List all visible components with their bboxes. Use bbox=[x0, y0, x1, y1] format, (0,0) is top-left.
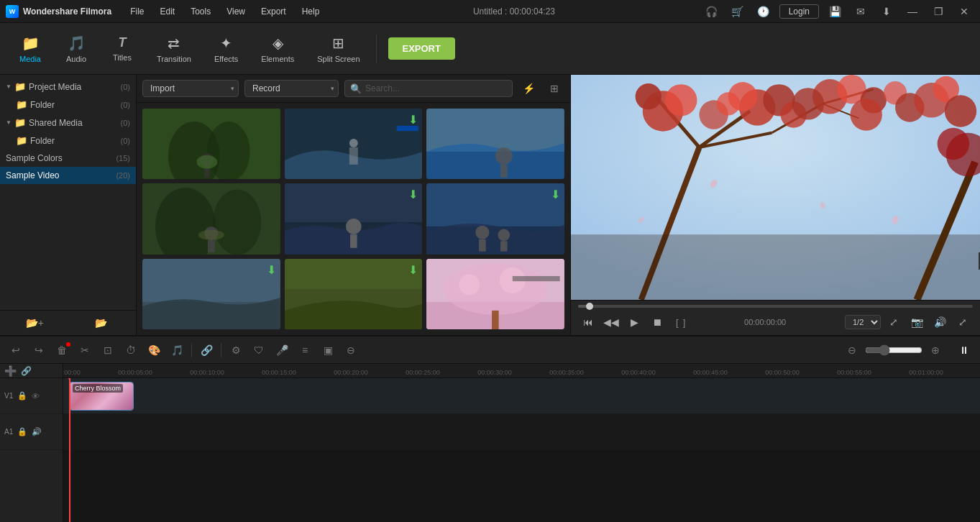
stop-button[interactable]: ⏹ bbox=[647, 313, 667, 331]
redo-button[interactable]: ↪ bbox=[29, 341, 49, 360]
download-icon[interactable]: ⬇ bbox=[876, 4, 897, 19]
menu-view[interactable]: View bbox=[219, 4, 252, 19]
zoom-in-button[interactable]: ⊕ bbox=[925, 341, 945, 360]
toolbar-titles[interactable]: T Titles bbox=[101, 29, 144, 68]
menu-tools[interactable]: Tools bbox=[183, 4, 218, 19]
eye-icon[interactable]: 👁 bbox=[32, 392, 40, 400]
frame-back-button[interactable]: ◀◀ bbox=[601, 313, 621, 331]
page-selector[interactable]: 1/2 bbox=[845, 315, 881, 329]
tree-item-project-folder[interactable]: 📁 Folder (0) bbox=[0, 96, 136, 114]
headphone-icon[interactable]: 🎧 bbox=[702, 4, 722, 19]
toolbar-transition[interactable]: ⇄ Transition bbox=[147, 29, 201, 69]
tree-item-shared-folder[interactable]: 📁 Folder (0) bbox=[0, 132, 136, 150]
lock-icon[interactable]: 🔒 bbox=[17, 391, 27, 400]
fullscreen-preview-button[interactable]: ⤢ bbox=[884, 313, 904, 331]
mail-icon[interactable]: ✉ bbox=[851, 4, 871, 19]
save-icon[interactable]: 💾 bbox=[825, 4, 845, 19]
timeline-tracks: Cherry Blossom bbox=[63, 378, 980, 522]
effects-label: Effects bbox=[214, 55, 238, 63]
add-track-icon[interactable]: ➕ bbox=[4, 365, 17, 377]
maximize-button[interactable]: ❐ bbox=[928, 4, 948, 19]
media-thumb-travel-06[interactable]: ⬇ Travel 06 bbox=[426, 183, 564, 254]
toolbar-effects[interactable]: ✦ Effects bbox=[204, 29, 248, 69]
filter-button[interactable]: ⚡ bbox=[518, 79, 539, 98]
seekbar-thumb[interactable] bbox=[586, 303, 593, 310]
toolbar-splitscreen[interactable]: ⊞ Split Screen bbox=[307, 29, 370, 69]
add-folder-button[interactable]: 📂+ bbox=[3, 313, 67, 332]
stop-icon: ⏹ bbox=[652, 316, 662, 328]
media-label: Media bbox=[19, 55, 41, 63]
close-button[interactable]: ✕ bbox=[954, 4, 974, 19]
audio-adjust-button[interactable]: 🎵 bbox=[167, 341, 187, 360]
menu-edit[interactable]: Edit bbox=[152, 4, 182, 19]
equalizer-button[interactable]: ≡ bbox=[295, 341, 315, 360]
tree-item-shared-media[interactable]: ▼ 📁 Shared Media (0) bbox=[0, 114, 136, 132]
step-back-button[interactable]: ⏮ bbox=[578, 313, 598, 331]
crop-button[interactable]: ⊡ bbox=[98, 341, 118, 360]
media-thumb-travel-04[interactable]: Travel 04 bbox=[142, 183, 280, 254]
tree-item-project-media[interactable]: ▼ 📁 Project Media (0) bbox=[0, 78, 136, 96]
media-thumb-travel-08[interactable]: ⬇ bbox=[285, 259, 423, 329]
media-thumb-travel-05[interactable]: ⬇ Travel 05 bbox=[285, 183, 423, 254]
record-dropdown[interactable]: Record Screen Recording Webcam Voiceover bbox=[244, 80, 339, 97]
play-button[interactable]: ▶ bbox=[624, 313, 644, 331]
project-media-count: (0) bbox=[121, 83, 130, 91]
tree-item-sample-video[interactable]: Sample Video (20) bbox=[0, 167, 136, 184]
menu-file[interactable]: File bbox=[123, 4, 151, 19]
login-button[interactable]: Login bbox=[779, 4, 819, 19]
preview-seekbar[interactable] bbox=[578, 305, 973, 308]
expand-button[interactable]: ⤢ bbox=[953, 313, 973, 331]
search-wrap: 🔍 bbox=[344, 80, 513, 97]
menu-help[interactable]: Help bbox=[295, 4, 327, 19]
svg-point-5 bbox=[196, 155, 217, 169]
filter-icon: ⚡ bbox=[523, 83, 535, 94]
minus-zoom-button[interactable]: ⊖ bbox=[341, 341, 361, 360]
timeline-content: 00:00:00:00 00:00:05:00 00:00:10:00 00:0… bbox=[63, 364, 980, 522]
import-dropdown[interactable]: Import Import from Cloud Import from Pho… bbox=[142, 80, 239, 97]
menu-export[interactable]: Export bbox=[254, 4, 293, 19]
folder-button[interactable]: 📂 bbox=[70, 313, 134, 332]
shared-media-label: Shared Media bbox=[29, 118, 115, 128]
audio-volume-icon[interactable]: 🔊 bbox=[32, 427, 42, 436]
link-button[interactable]: 🔗 bbox=[196, 341, 216, 360]
volume-button[interactable]: 🔊 bbox=[930, 313, 950, 331]
media-thumb-travel-02[interactable]: ⬇ Travel 02 bbox=[285, 109, 423, 179]
delete-button[interactable]: 🗑 bbox=[52, 341, 72, 360]
zoom-slider[interactable] bbox=[865, 344, 922, 356]
color-button[interactable]: 🎨 bbox=[144, 341, 164, 360]
overlay-button[interactable]: ▣ bbox=[318, 341, 338, 360]
shield-button[interactable]: 🛡 bbox=[249, 341, 269, 360]
toolbar-media[interactable]: 📁 Media bbox=[9, 29, 52, 69]
crop-icon: ⊡ bbox=[104, 344, 112, 356]
media-toolbar: Import Import from Cloud Import from Pho… bbox=[137, 75, 570, 103]
screenshot-button[interactable]: 📷 bbox=[907, 313, 927, 331]
export-button[interactable]: EXPORT bbox=[388, 37, 455, 60]
elements-icon: ◈ bbox=[273, 35, 283, 52]
search-input[interactable] bbox=[344, 80, 513, 97]
add-folder-icon: 📂+ bbox=[26, 317, 44, 329]
toolbar-audio[interactable]: 🎵 Audio bbox=[55, 29, 98, 69]
mic-button[interactable]: 🎤 bbox=[272, 341, 292, 360]
speed-button[interactable]: ⏱ bbox=[121, 341, 141, 360]
cut-button[interactable]: ✂ bbox=[75, 341, 95, 360]
clock-icon[interactable]: 🕐 bbox=[754, 4, 774, 19]
cart-icon[interactable]: 🛒 bbox=[728, 4, 748, 19]
undo-button[interactable]: ↩ bbox=[6, 341, 26, 360]
timeline-clip-cherry[interactable]: Cherry Blossom bbox=[69, 382, 134, 411]
link-tracks-icon[interactable]: 🔗 bbox=[21, 366, 32, 376]
toolbar-elements[interactable]: ◈ Elements bbox=[251, 29, 304, 69]
grid-view-button[interactable]: ⊞ bbox=[544, 79, 564, 98]
media-thumb-travel-07[interactable]: ⬇ bbox=[142, 259, 280, 329]
media-thumb-travel-09[interactable] bbox=[426, 259, 564, 329]
media-thumb-travel-03[interactable]: Travel 03 bbox=[426, 109, 564, 179]
settings-button[interactable]: ⚙ bbox=[226, 341, 246, 360]
project-folder-count: (0) bbox=[121, 101, 130, 109]
audio-lock-icon[interactable]: 🔒 bbox=[17, 427, 27, 436]
tree-item-sample-colors[interactable]: Sample Colors (15) bbox=[0, 150, 136, 167]
minimize-button[interactable]: — bbox=[902, 4, 922, 19]
media-thumb-travel-01[interactable]: Travel 01 bbox=[142, 109, 280, 179]
timeline-toolbar: ↩ ↪ 🗑 ✂ ⊡ ⏱ 🎨 🎵 🔗 ⚙ 🛡 🎤 ≡ ▣ ⊖ ⊖ ⊕ ⏸ bbox=[0, 336, 980, 364]
pause-tl-button[interactable]: ⏸ bbox=[954, 341, 974, 360]
zoom-out-button[interactable]: ⊖ bbox=[842, 341, 862, 360]
preview-timecode: 00:00:00:00 bbox=[744, 318, 786, 326]
